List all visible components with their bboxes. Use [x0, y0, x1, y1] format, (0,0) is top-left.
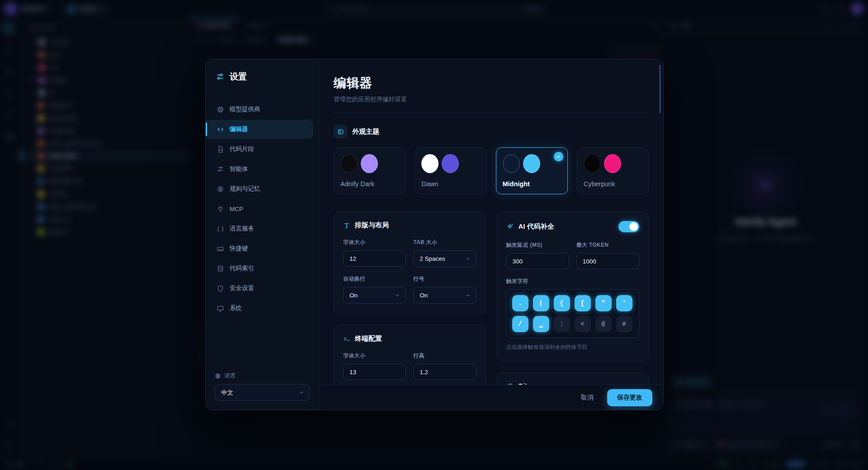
- theme-swatch: [604, 154, 621, 173]
- nav-item-model-providers[interactable]: 模型提供商: [206, 100, 313, 119]
- terminal-font-size-label: 字体大小: [343, 352, 406, 360]
- cancel-button[interactable]: 取消: [574, 390, 601, 406]
- save-changes-button[interactable]: 保存更改: [607, 389, 652, 406]
- theme-swatch: [442, 154, 459, 173]
- settings-content: 编辑器 管理您的应用程序偏好设置 外观主题 Adnify Dark Dawn: [319, 59, 663, 410]
- font-size-label: 字体大小: [343, 239, 406, 246]
- file-code-icon: [217, 146, 224, 153]
- settings-modal: 设置 模型提供商 编辑器 代码片段 智能体 规则与记忆: [205, 59, 664, 410]
- ai-completion-toggle[interactable]: [618, 221, 639, 232]
- nav-item-rules-memory[interactable]: 规则与记忆: [206, 179, 313, 198]
- theme-section-icon: [334, 125, 347, 138]
- tab-size-label: TAB 大小: [413, 239, 476, 246]
- terminal-font-size-input[interactable]: [343, 364, 406, 380]
- tab-size-select[interactable]: 2 Spaces: [413, 250, 476, 267]
- max-tokens-label: 最大 TOKEN: [576, 241, 639, 249]
- globe-icon: [215, 373, 221, 379]
- trigger-char-button[interactable]: [: [575, 295, 591, 311]
- word-wrap-select[interactable]: On: [343, 287, 406, 304]
- type-icon: [343, 222, 350, 229]
- language-select[interactable]: 中文: [215, 384, 310, 401]
- nav-item-agents[interactable]: 智能体: [206, 160, 313, 179]
- git-card: Git: [497, 372, 649, 385]
- trigger-char-button[interactable]: /: [512, 316, 528, 332]
- braces-icon: [217, 225, 224, 233]
- chevron-down-icon: [395, 292, 401, 298]
- line-height-label: 行高: [413, 352, 476, 360]
- toggle-knob: [629, 222, 638, 231]
- divider: [334, 113, 649, 113]
- theme-card-cyberpunk[interactable]: Cyberpunk: [577, 147, 649, 194]
- trigger-char-button[interactable]: ': [616, 295, 632, 311]
- monitor-icon: [217, 305, 224, 312]
- line-numbers-label: 行号: [413, 275, 476, 283]
- max-tokens-input[interactable]: [576, 253, 639, 269]
- trigger-delay-label: 触发延迟 (MS): [506, 241, 569, 249]
- theme-card-adnify-dark[interactable]: Adnify Dark: [334, 147, 406, 194]
- typography-card: 排版与布局 字体大小 TAB 大小 2 Spaces: [334, 212, 486, 314]
- shield-icon: [217, 285, 224, 292]
- nav-item-code-index[interactable]: 代码索引: [206, 259, 313, 278]
- sliders-icon: [217, 165, 224, 173]
- check-icon: [554, 152, 563, 161]
- theme-card-midnight-selected[interactable]: Midnight: [496, 147, 568, 194]
- chip-icon: [217, 106, 224, 113]
- trigger-char-button[interactable]: <: [575, 316, 591, 332]
- line-numbers-select[interactable]: On: [413, 287, 476, 304]
- theme-swatch: [523, 154, 540, 173]
- trigger-char-button[interactable]: {: [554, 295, 570, 311]
- keyboard-icon: [217, 245, 224, 253]
- chevron-down-icon: [298, 390, 304, 395]
- nav-item-editor[interactable]: 编辑器: [206, 120, 313, 139]
- trigger-char-button[interactable]: (: [533, 295, 549, 311]
- language-label: 语言: [225, 372, 236, 380]
- word-wrap-label: 自动换行: [343, 275, 406, 283]
- trigger-char-button[interactable]: ␣: [533, 316, 549, 332]
- theme-swatch: [421, 154, 439, 173]
- trigger-char-button[interactable]: :: [554, 316, 570, 332]
- trigger-chars-hint: 点击选择触发自动补全的特殊字符: [506, 343, 640, 351]
- modal-footer: 取消 保存更改: [319, 385, 663, 410]
- theme-card-dawn[interactable]: Dawn: [415, 147, 486, 194]
- page-subtitle: 管理您的应用程序偏好设置: [334, 95, 649, 103]
- brain-icon: [217, 185, 224, 193]
- code-icon: [217, 126, 224, 133]
- font-size-input[interactable]: [343, 250, 406, 267]
- ai-completion-card: AI 代码补全 触发延迟 (MS) 最大 TOKEN: [497, 212, 649, 362]
- sliders-icon: [216, 72, 225, 81]
- nav-item-language-services[interactable]: 语言服务: [206, 219, 313, 238]
- chevron-down-icon: [465, 256, 471, 262]
- nav-item-security[interactable]: 安全设置: [206, 279, 313, 298]
- scrollbar-thumb[interactable]: [659, 65, 661, 113]
- sparkles-icon: [506, 223, 514, 230]
- theme-swatch: [340, 154, 358, 173]
- theme-cards: Adnify Dark Dawn Midnight Cyberpunk: [334, 147, 649, 194]
- trigger-char-button[interactable]: @: [595, 316, 612, 332]
- settings-title: 设置: [230, 71, 247, 83]
- trigger-char-button[interactable]: .: [512, 295, 528, 311]
- theme-section-title: 外观主题: [352, 127, 379, 136]
- terminal-card: 终端配置 字体大小 行高: [334, 325, 486, 385]
- line-height-input[interactable]: [413, 364, 476, 380]
- chevron-down-icon: [465, 292, 471, 298]
- nav-item-snippets[interactable]: 代码片段: [206, 140, 313, 159]
- trigger-delay-input[interactable]: [506, 253, 569, 269]
- theme-swatch: [503, 154, 520, 173]
- nav-item-shortcuts[interactable]: 快捷键: [206, 239, 313, 258]
- theme-swatch: [361, 154, 378, 173]
- settings-nav: 模型提供商 编辑器 代码片段 智能体 规则与记忆 MCP: [206, 100, 319, 318]
- nav-item-mcp[interactable]: MCP: [206, 199, 313, 218]
- terminal-icon: [343, 335, 350, 343]
- nav-item-system[interactable]: 系统: [206, 299, 313, 318]
- trigger-chars-label: 触发字符: [506, 277, 640, 285]
- trigger-char-button[interactable]: ": [595, 295, 612, 311]
- database-icon: [217, 265, 224, 273]
- settings-sidebar: 设置 模型提供商 编辑器 代码片段 智能体 规则与记忆: [206, 59, 319, 410]
- page-title: 编辑器: [334, 75, 649, 92]
- trigger-chars-grid: . ( { [ " ' / ␣ : < @ #: [506, 289, 640, 338]
- theme-swatch: [584, 154, 601, 173]
- trigger-char-button[interactable]: #: [616, 316, 632, 332]
- plug-icon: [217, 205, 224, 213]
